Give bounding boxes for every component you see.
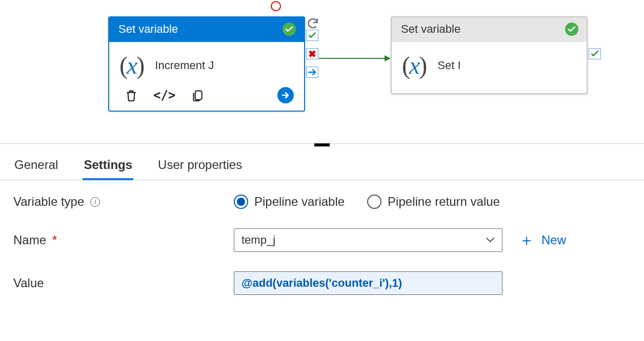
properties-tabs: General Settings User properties — [0, 146, 644, 180]
value-label: Value — [13, 276, 234, 290]
value-expression-input[interactable]: @add(variables('counter_i'),1) — [234, 271, 502, 295]
radio-checked-icon — [234, 195, 248, 209]
radio-pipeline-return-value[interactable]: Pipeline return value — [367, 195, 500, 209]
variable-type-radios: Pipeline variable Pipeline return value — [234, 195, 500, 209]
activity-output-handles: ✖ — [306, 30, 318, 78]
name-select-value: temp_j — [242, 233, 275, 247]
activity-set-i[interactable]: Set variable (x) Set I — [391, 16, 588, 94]
activity-label: Set I — [437, 59, 460, 72]
tab-general[interactable]: General — [13, 153, 59, 180]
chevron-down-icon — [486, 237, 495, 243]
activity-type-label: Set variable — [401, 23, 460, 36]
copy-icon[interactable] — [191, 88, 204, 103]
pipeline-canvas[interactable]: Set variable (x) Increment J </> — [0, 0, 644, 143]
activity-type-label: Set variable — [118, 23, 178, 36]
tab-user-properties[interactable]: User properties — [157, 153, 243, 180]
radio-pipeline-variable[interactable]: Pipeline variable — [234, 195, 345, 209]
status-success-icon — [283, 23, 296, 36]
radio-unchecked-icon — [367, 195, 381, 209]
svg-marker-4 — [385, 55, 391, 61]
name-label: Name * — [13, 233, 234, 247]
name-select[interactable]: temp_j — [234, 228, 502, 252]
success-connector-arrow — [319, 55, 391, 62]
success-handle-icon[interactable] — [306, 30, 318, 41]
info-icon[interactable]: i — [90, 197, 100, 207]
delete-icon[interactable] — [125, 88, 138, 102]
activity-increment-j[interactable]: Set variable (x) Increment J </> — [108, 16, 305, 112]
new-variable-button[interactable]: ＋ New — [519, 232, 566, 248]
activity-output-handles — [589, 48, 601, 59]
validation-circle-icon — [271, 1, 281, 11]
variable-icon: (x) — [119, 53, 144, 78]
status-success-icon — [565, 23, 578, 36]
redo-icon[interactable] — [306, 16, 319, 30]
plus-icon: ＋ — [519, 232, 534, 248]
activity-toolbar: </> — [109, 83, 304, 111]
settings-form: Variable type i Pipeline variable Pipeli… — [0, 180, 644, 295]
properties-panel: General Settings User properties Variabl… — [0, 143, 644, 295]
svg-rect-1 — [195, 91, 202, 99]
activity-header[interactable]: Set variable — [392, 17, 587, 42]
activity-label: Increment J — [155, 59, 214, 72]
activity-header[interactable]: Set variable — [109, 17, 304, 42]
tab-settings[interactable]: Settings — [83, 153, 133, 180]
success-handle-icon[interactable] — [589, 48, 601, 59]
variable-type-label: Variable type i — [13, 195, 234, 209]
run-icon[interactable] — [277, 87, 294, 103]
code-icon[interactable]: </> — [153, 88, 175, 102]
completion-handle-icon[interactable] — [306, 67, 318, 78]
required-asterisk-icon: * — [52, 233, 57, 247]
variable-icon: (x) — [402, 53, 426, 78]
failure-handle-icon[interactable]: ✖ — [306, 48, 318, 59]
